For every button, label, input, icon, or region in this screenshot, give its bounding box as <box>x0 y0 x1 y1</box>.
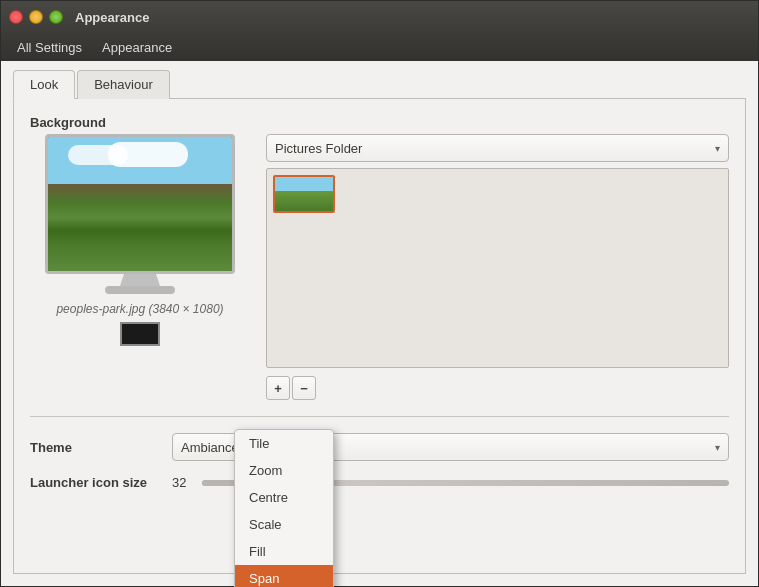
menu-item-tile[interactable]: Tile <box>235 430 333 457</box>
window-title: Appearance <box>75 10 149 25</box>
menu-item-span[interactable]: Span <box>235 565 333 587</box>
thumb-preview <box>275 177 333 211</box>
menubar-item-appearance[interactable]: Appearance <box>94 38 180 57</box>
image-filename: peoples-park.jpg (3840 × 1080) <box>56 302 223 316</box>
background-section: Background peoples-park.jpg (3840 × 1080… <box>30 115 729 400</box>
background-label: Background <box>30 115 729 130</box>
folder-select[interactable]: Pictures Folder ▾ <box>266 134 729 162</box>
folder-select-arrow: ▾ <box>715 143 720 154</box>
launcher-label: Launcher icon size <box>30 475 160 490</box>
minimize-button[interactable] <box>29 10 43 24</box>
monitor-stand <box>120 274 160 286</box>
tab-look[interactable]: Look <box>13 70 75 99</box>
theme-row: Theme Ambiance (default) ▾ <box>30 433 729 461</box>
app-window: Appearance All Settings Appearance Look … <box>0 0 759 587</box>
close-button[interactable] <box>9 10 23 24</box>
folder-dropdown: Pictures Folder ▾ <box>266 134 729 162</box>
menu-item-fill[interactable]: Fill <box>235 538 333 565</box>
tab-behaviour[interactable]: Behaviour <box>77 70 170 99</box>
folder-browser: Pictures Folder ▾ + − <box>266 134 729 400</box>
separator <box>30 416 729 417</box>
monitor-screen <box>48 137 232 271</box>
menubar-item-all-settings[interactable]: All Settings <box>9 38 90 57</box>
monitor-base <box>105 286 175 294</box>
tab-bar: Look Behaviour <box>13 69 746 99</box>
menu-item-scale[interactable]: Scale <box>235 511 333 538</box>
monitor-area: peoples-park.jpg (3840 × 1080) <box>30 134 250 346</box>
background-content: peoples-park.jpg (3840 × 1080) Pictures … <box>30 134 729 400</box>
settings-panel: Background peoples-park.jpg (3840 × 1080… <box>13 99 746 574</box>
monitor-preview <box>45 134 235 274</box>
color-picker-button[interactable] <box>120 322 160 346</box>
image-thumbnail[interactable] <box>273 175 335 213</box>
image-grid <box>266 168 729 368</box>
theme-select-arrow: ▾ <box>715 442 720 453</box>
cloud-2 <box>108 142 188 167</box>
image-controls: + − <box>266 376 729 400</box>
content-area: Look Behaviour Background <box>1 61 758 586</box>
placement-dropdown-menu: Tile Zoom Centre Scale Fill Span <box>234 429 334 587</box>
theme-label: Theme <box>30 440 160 455</box>
menu-item-zoom[interactable]: Zoom <box>235 457 333 484</box>
launcher-row: Launcher icon size 32 <box>30 475 729 490</box>
titlebar: Appearance <box>1 1 758 33</box>
folder-select-label: Pictures Folder <box>275 141 362 156</box>
add-image-button[interactable]: + <box>266 376 290 400</box>
menubar: All Settings Appearance <box>1 33 758 61</box>
menu-item-centre[interactable]: Centre <box>235 484 333 511</box>
maximize-button[interactable] <box>49 10 63 24</box>
launcher-value: 32 <box>172 475 196 490</box>
remove-image-button[interactable]: − <box>292 376 316 400</box>
